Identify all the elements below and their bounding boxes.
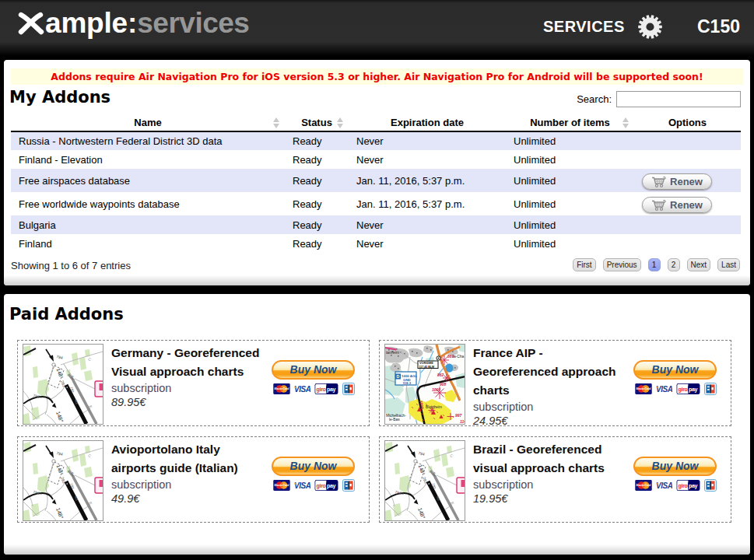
pagination-previous-button[interactable]: Previous [603, 258, 641, 271]
giropay-icon: giro pay [676, 480, 700, 491]
column-header-name[interactable]: Name [11, 114, 285, 131]
svg-text:997: 997 [455, 413, 462, 418]
cart-icon [651, 199, 666, 212]
svg-text:1000: 1000 [432, 387, 440, 392]
svg-text:pay: pay [327, 483, 336, 489]
buy-now-button[interactable]: Buy Now [633, 360, 717, 380]
svg-text:VISA: VISA [656, 385, 672, 394]
logo[interactable]: ample:services [18, 10, 249, 37]
column-header-label: Options [668, 117, 707, 128]
addon-expiration-cell: Never [349, 131, 506, 150]
buy-now-label: Buy Now [652, 460, 699, 472]
addon-status-cell: Ready [285, 192, 349, 215]
payment-methods: MasterCard VISA giro pay [633, 383, 717, 395]
visa-icon: VISA [656, 481, 672, 490]
addon-status-cell: Ready [285, 131, 349, 150]
visa-icon: VISA [294, 385, 310, 394]
svg-text:le-Bas: le-Bas [389, 418, 400, 422]
addon-title: Avioportolano Italy airports guide (Ital… [111, 440, 264, 478]
payment-methods: MasterCard VISA giro pay [272, 479, 355, 492]
addon-name-cell: Bulgaria [11, 215, 285, 234]
svg-text:118.3: 118.3 [402, 381, 411, 385]
buy-now-button[interactable]: Buy Now [272, 360, 355, 380]
svg-text:VISA: VISA [656, 481, 672, 490]
addon-status-cell: Ready [285, 215, 349, 234]
card-text: Avioportolano Italy airports guide (Ital… [111, 440, 264, 506]
addon-name-cell: Russia - Nortwestern Federal District 3D… [11, 131, 285, 150]
renew-button[interactable]: Renew [642, 173, 712, 190]
addon-name-cell: Free worldwide waypoints database [11, 192, 285, 215]
addon-items-cell: Unlimited [506, 131, 634, 150]
addon-expiration-cell: Never [349, 150, 506, 169]
buy-now-button[interactable]: Buy Now [633, 457, 717, 476]
renew-button-label: Renew [670, 176, 703, 187]
paid-addons-panel: Paid Addons 794 C 148° 293 04 782 411 E … [4, 294, 750, 555]
table-row: Free worldwide waypoints databaseReadyJa… [11, 192, 741, 215]
svg-text:la-Cha: la-Cha [453, 355, 464, 359]
cart-icon [651, 176, 666, 188]
mastercard-icon: MasterCard [635, 480, 652, 491]
addon-items-cell: Unlimited [506, 169, 634, 192]
svg-text:tanheim: tanheim [386, 351, 399, 355]
table-row: FinlandReadyNeverUnlimited [11, 234, 741, 253]
svg-text:D: D [397, 374, 400, 379]
giropay-icon: giro pay [314, 480, 338, 491]
column-header-label: Status [301, 117, 332, 128]
paid-addon-card: 794 C 148° 293 04 782 411 E 148° 794 Avi… [17, 436, 370, 523]
svg-text:Blotzheim: Blotzheim [426, 405, 442, 409]
paid-addon-card: 794 C 148° 293 04 782 411 E 148° 794 Bra… [379, 436, 731, 523]
renew-button[interactable]: Renew [642, 197, 712, 213]
column-header-items[interactable]: Number of items [506, 114, 634, 131]
sort-icon [273, 117, 280, 128]
addon-options-cell: Renew [634, 169, 741, 192]
addon-options-cell [634, 215, 741, 234]
pagination-last-button[interactable]: Last [717, 258, 740, 271]
addon-title: Germany - Georeferenced Visual approach … [111, 344, 264, 381]
addon-name-cell: Finland - Elevation [11, 150, 285, 169]
card-purchase-area: Buy Now MasterCard VISA giro pay [633, 457, 717, 492]
pagination-next-button[interactable]: Next [687, 258, 711, 271]
pagination-first-button[interactable]: First [573, 258, 595, 271]
my-addons-panel: Addons require Air Navigation Pro for iO… [4, 60, 750, 285]
svg-text:908: 908 [440, 382, 447, 387]
buy-now-label: Buy Now [290, 363, 337, 376]
visa-icon: VISA [294, 481, 310, 490]
addon-expiration-cell: Jan. 11, 2016, 5:37 p.m. [349, 192, 506, 215]
svg-text:862: 862 [437, 373, 444, 377]
addon-status-cell: Ready [285, 234, 349, 253]
addon-subscription-type: subscription [111, 478, 264, 492]
sort-icon [622, 117, 630, 128]
buy-now-button[interactable]: Buy Now [272, 457, 355, 476]
column-header-expiration[interactable]: Expiration date [349, 114, 506, 131]
buy-now-label: Buy Now [290, 460, 337, 472]
nav-services-link[interactable]: SERVICES [543, 18, 625, 36]
addon-expiration-cell: Jan. 11, 2016, 5:37 p.m. [349, 169, 506, 192]
notice-banner: Addons require Air Navigation Pro for iO… [11, 68, 743, 85]
addon-title: Brazil - Georeferenced visual approach c… [473, 440, 626, 478]
payment-methods: MasterCard VISA giro pay [633, 479, 717, 492]
ec-electronic-cash-icon [342, 479, 355, 492]
account-label[interactable]: C150 [697, 16, 740, 37]
paid-addons-title: Paid Addons [9, 305, 750, 324]
ec-electronic-cash-icon [704, 479, 717, 492]
giropay-icon: giro pay [314, 383, 338, 394]
column-header-options[interactable]: Options [634, 114, 741, 131]
svg-text:giro: giro [679, 483, 689, 489]
addon-status-cell: Ready [285, 150, 349, 169]
pagination-page-2-button[interactable]: 2 [668, 258, 680, 271]
column-header-label: Number of items [530, 117, 610, 128]
column-header-status[interactable]: Status [285, 114, 349, 131]
card-text: Brazil - Georeferenced visual approach c… [473, 440, 626, 506]
search-input[interactable] [616, 91, 741, 107]
svg-text:VISA: VISA [294, 481, 310, 490]
paid-addons-cards: 794 C 148° 293 04 782 411 E 148° 794 Ger… [17, 340, 731, 523]
pagination-page-1-button[interactable]: 1 [648, 258, 661, 271]
addon-subscription-type: subscription [473, 478, 626, 492]
pagination: First Previous 1 2 Next Last [573, 258, 740, 271]
addons-table: Name Status Expiration date Number of it… [11, 114, 741, 253]
sort-icon [337, 117, 344, 128]
settings-gear-icon[interactable] [638, 15, 662, 39]
column-header-label: Expiration date [391, 117, 464, 128]
search-label: Search: [577, 93, 612, 105]
logo-text-main: ample [45, 10, 128, 37]
